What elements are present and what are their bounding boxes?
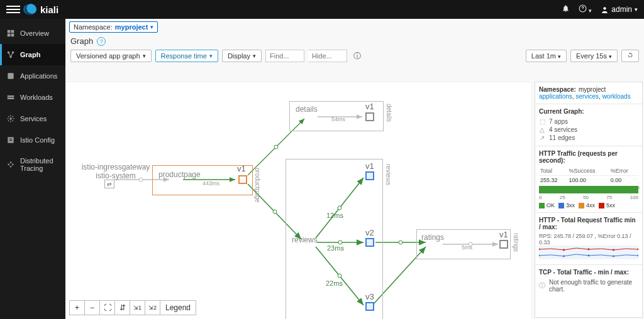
help-icon [579,4,587,13]
namespace-selector[interactable]: Namespace: myproject ▾ [69,21,158,33]
service-triangle-icon [304,242,314,251]
node-ratings-svc[interactable]: ratings [421,233,444,242]
sidebar-label: Applications [20,72,57,80]
layout-default-button[interactable]: ⇵ [115,301,130,315]
user-menu-button[interactable]: admin ▾ [601,5,638,14]
sidebar-label: Overview [20,30,49,37]
notifications-button[interactable] [562,4,570,14]
node-details-v1[interactable]: v1 [365,102,374,111]
svg-rect-9 [8,73,13,78]
menu-toggle-button[interactable] [6,3,20,16]
svg-rect-3 [11,30,14,33]
sidebar-item-istio-config[interactable]: Istio Config [0,129,65,151]
sidebar-label: Workloads [20,94,53,101]
graph-canvas[interactable]: istio-ingressgateway istio-system ⇄ prod… [65,82,531,319]
node-reviews-v3[interactable]: v3 [365,292,374,301]
count-edges: 11 edges [549,134,575,141]
refresh-button[interactable] [621,50,639,62]
svg-point-39 [613,249,614,251]
service-triangle-icon [307,115,317,124]
topbar: kiali ▾ admin ▾ [0,0,644,19]
svg-rect-4 [8,34,11,37]
find-help-button[interactable]: ⓘ [353,51,361,62]
brand-name: kiali [40,4,58,15]
group-label: productpage [254,168,261,203]
svg-rect-5 [11,34,14,37]
chevron-down-icon: ▾ [150,24,153,30]
node-ratings-v1[interactable]: v1 [499,230,508,239]
link-workloads[interactable]: workloads [602,93,631,100]
graph-toolbar: Versioned app graph▾ Response time▾ Disp… [65,47,644,67]
page-title: Graph [70,36,93,46]
duration-select[interactable]: Last 1m ▾ [526,50,567,62]
edge-label: 12ms [326,212,343,219]
find-input[interactable] [265,50,304,62]
fit-button[interactable]: ⛶ [100,301,115,315]
node-productpage-svc[interactable]: productpage [158,170,201,179]
display-select[interactable]: Display▾ [222,50,262,62]
refresh-icon [627,52,633,58]
applications-icon [6,72,15,80]
http-success-bar: % 0255075100 [539,185,638,200]
services-icon [6,114,15,123]
sidebar-item-services[interactable]: Services [0,108,65,129]
link-services[interactable]: services [575,93,599,100]
workload-square-icon [365,302,374,311]
layout-1-button[interactable]: ⇲1 [130,301,145,315]
panel-section-title: Current Graph: [539,108,638,115]
summary-panel: « Hide Namespace:myproject applications,… [535,82,643,318]
service-triangle-icon [430,243,440,252]
config-icon [6,136,15,144]
service-triangle-icon [172,180,182,188]
svg-point-23 [273,210,277,214]
zoom-out-button[interactable]: − [85,301,100,315]
hide-panel-button[interactable]: « Hide [535,87,535,110]
page-info-button[interactable]: ? [97,37,106,46]
sidebar-item-workloads[interactable]: Workloads [0,87,65,108]
bell-icon [562,4,570,13]
edge-label: 22ms [326,279,343,287]
svg-point-20 [274,145,278,149]
link-applications[interactable]: applications [539,93,572,100]
help-button[interactable]: ▾ [579,4,592,14]
layout-label: ⇲1 [133,305,142,311]
panel-namespace: Namespace:myproject applications, servic… [535,82,642,104]
node-ingress[interactable]: istio-ingressgateway istio-system [81,163,150,180]
legend-button[interactable]: Legend [160,301,196,315]
node-productpage-v1[interactable]: v1 [237,164,246,173]
sidebar-item-graph[interactable]: Graph [0,44,65,65]
group-label: ratings [513,233,519,252]
sidebar-item-tracing[interactable]: Distributed Tracing [0,151,65,178]
refresh-interval-select[interactable]: Every 15s ▾ [570,50,618,62]
user-name: admin [611,5,632,14]
layout-2-button[interactable]: ⇲2 [145,301,160,315]
tracing-icon [6,160,15,169]
hide-input[interactable] [308,50,347,62]
main: Namespace: myproject ▾ Graph ? Versioned… [65,19,644,319]
node-reviews-v2[interactable]: v2 [365,228,374,237]
zoom-toolbar: + − ⛶ ⇵ ⇲1 ⇲2 Legend [69,300,196,315]
panel-current-graph: Current Graph: ⬚7 apps △4 services ↗11 e… [535,104,642,146]
sidebar-label: Graph [20,51,40,58]
svg-point-38 [588,249,590,251]
sidebar-item-overview[interactable]: Overview [0,23,65,44]
graph-type-select[interactable]: Versioned app graph▾ [70,50,152,62]
group-label: details [386,104,392,122]
cell-success: 100.00 [567,176,609,185]
svg-point-10 [9,117,12,120]
namespace-value: myproject [115,23,148,31]
layout-icon: ⇵ [119,303,126,312]
sidebar: Overview Graph Applications Workloads Se… [0,19,65,319]
zoom-in-button[interactable]: + [70,301,85,315]
node-reviews-v1[interactable]: v1 [365,161,374,171]
svg-rect-2 [8,30,11,33]
svg-point-44 [613,255,614,257]
workload-square-icon [365,112,374,121]
workloads-icon [6,93,15,102]
sidebar-item-applications[interactable]: Applications [0,65,65,87]
node-details-svc[interactable]: details [296,105,318,114]
fit-icon: ⛶ [104,303,111,312]
edge-label: 5ms [462,244,472,251]
node-namespace: istio-system [96,171,135,180]
edge-metric-select[interactable]: Response time▾ [155,50,218,62]
